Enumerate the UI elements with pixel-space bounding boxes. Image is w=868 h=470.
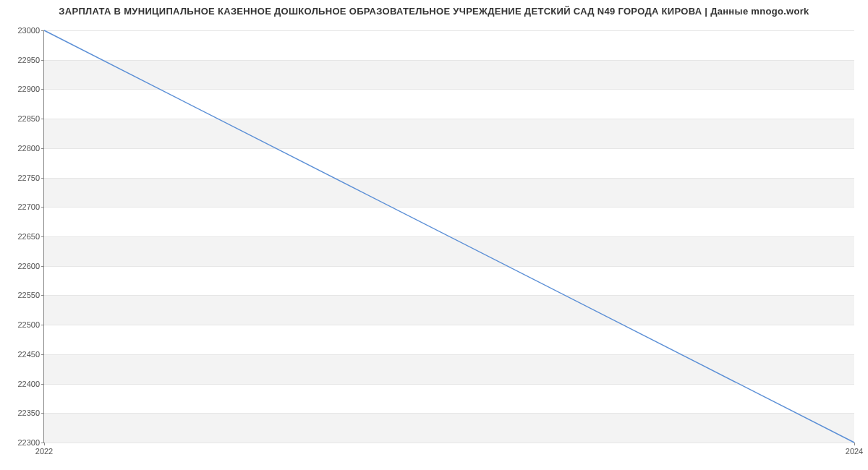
y-tick-label: 22900 [17, 85, 40, 93]
y-tick-mark [41, 295, 44, 296]
y-tick-mark [41, 325, 44, 325]
y-tick-mark [41, 384, 44, 385]
x-tick-mark [44, 443, 45, 445]
y-tick-mark [41, 413, 44, 414]
y-tick-label: 22750 [17, 174, 40, 182]
chart-title: ЗАРПЛАТА В МУНИЦИПАЛЬНОЕ КАЗЕННОЕ ДОШКОЛ… [0, 6, 868, 17]
y-tick-mark [41, 119, 44, 119]
y-tick-label: 22350 [17, 409, 40, 417]
y-tick-mark [41, 266, 44, 267]
chart-container: ЗАРПЛАТА В МУНИЦИПАЛЬНОЕ КАЗЕННОЕ ДОШКОЛ… [0, 0, 868, 470]
grid-line [44, 443, 854, 443]
y-tick-label: 22700 [17, 202, 40, 211]
y-tick-label: 23000 [17, 26, 40, 35]
y-tick-label: 22600 [17, 262, 40, 270]
y-tick-label: 22500 [17, 320, 40, 329]
y-tick-mark [41, 178, 44, 179]
plot-area: 2230022350224002245022500225502260022650… [43, 30, 854, 443]
x-tick-mark [854, 443, 855, 445]
y-tick-label: 22850 [17, 114, 40, 123]
data-line [44, 30, 854, 443]
y-tick-mark [41, 354, 44, 355]
y-tick-mark [41, 30, 44, 31]
line-svg [44, 30, 854, 443]
y-tick-mark [41, 89, 44, 90]
y-tick-mark [41, 148, 44, 149]
y-tick-mark [41, 207, 44, 208]
x-tick-label: 2022 [35, 447, 53, 456]
y-tick-label: 22550 [17, 291, 40, 299]
y-tick-label: 22650 [17, 232, 40, 241]
y-tick-label: 22450 [17, 350, 40, 359]
y-tick-label: 22300 [17, 438, 40, 447]
y-tick-label: 22950 [17, 56, 40, 64]
y-tick-label: 22400 [17, 380, 40, 388]
y-tick-label: 22800 [17, 144, 40, 153]
y-tick-mark [41, 60, 44, 61]
x-tick-label: 2024 [846, 447, 863, 456]
y-tick-mark [41, 236, 44, 237]
